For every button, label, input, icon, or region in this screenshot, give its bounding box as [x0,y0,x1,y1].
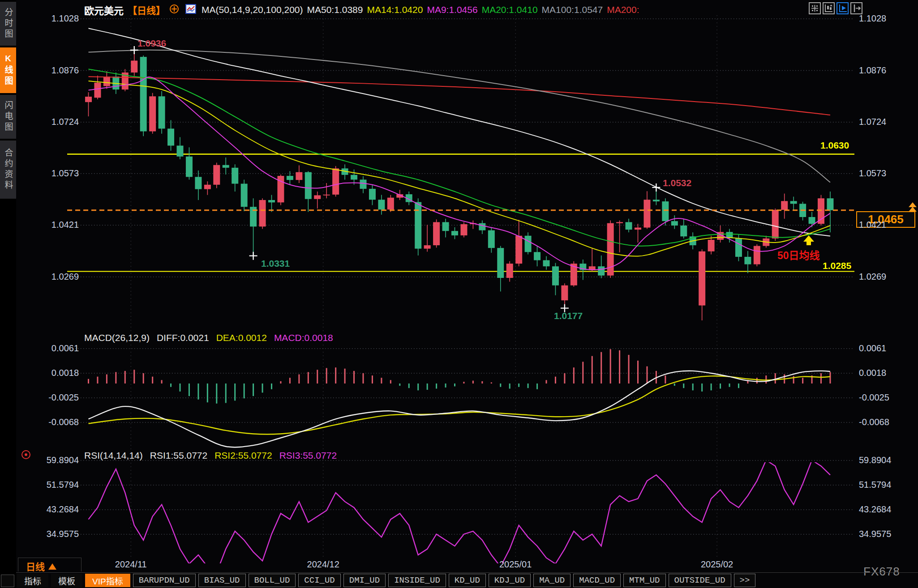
indicator-tab-模板[interactable]: 模板 [51,574,82,587]
macd-tick-right: 0.0061 [859,343,886,354]
macd-header: MACD(26,12,9) DIFF:0.0021 DEA:0.0012 MAC… [84,332,333,343]
macd-tick-left: -0.0068 [26,417,79,427]
indicator-tab-mtm_ud[interactable]: MTM_UD [623,574,665,587]
ma50-note-label: 50日均线 [777,247,820,262]
price-tick-right: 1.1028 [859,13,886,24]
axis-shift-icon[interactable] [850,2,862,14]
price-tick-left: 1.0573 [26,168,79,179]
price-tick-right: 1.0876 [859,65,886,76]
symbol-name: 欧元美元 [84,3,124,17]
crosshair-plus-icon[interactable] [169,4,181,16]
annotation-low-nov: 1.0331 [261,258,290,269]
macd-tick-right: -0.0025 [859,392,889,403]
price-tick-right: 1.0421 [859,220,886,230]
month-tick-label: 2025/02 [686,559,748,570]
axis-candles-icon[interactable] [823,2,835,14]
price-tick-left: 1.0269 [26,272,79,282]
axis-play-icon[interactable] [836,2,849,14]
macd-diff-value: DIFF:0.0021 [157,332,209,343]
macd-dea-value: DEA:0.0012 [216,332,267,343]
macd-tick-left: 0.0061 [26,343,79,354]
rsi-header: RSI(14,14,14) RSI1:55.0772 RSI2:55.0772 … [84,450,337,461]
annotation-high-nov: 1.0936 [137,38,166,49]
rsi-tick-right: 34.9575 [859,529,891,539]
month-tick-label: 2024/12 [292,559,355,570]
period-tag: 【日线】 [128,3,165,17]
top-toolbar [809,2,862,14]
rsi2-value: RSI2:55.0772 [214,450,272,461]
price-tick-right: 1.0269 [859,272,886,282]
ma100-value: MA100:1.0547 [542,4,603,15]
indicator-tab-ma_ud[interactable]: MA_UD [533,574,571,587]
ma50-value: MA50:1.0389 [307,4,363,15]
rsi-tick-left: 43.2684 [26,504,79,515]
tabs-more-button[interactable]: >> [734,574,756,587]
chart-header: 欧元美元 【日线】 MA(50,14,9,20,100,200) MA50:1.… [84,3,639,17]
indicator-tab-outside_ud[interactable]: OUTSIDE_UD [669,574,731,587]
rsi-title: RSI(14,14,14) [84,450,143,461]
rsi-tick-left: 34.9575 [26,529,79,539]
annotation-high-jan: 1.0532 [663,178,691,188]
rsi-tick-right: 51.5794 [859,480,891,490]
tabbar-divider [16,572,918,573]
macd-tick-left: 0.0018 [26,368,79,378]
macd-title: MACD(26,12,9) [84,332,150,343]
indicator-tab-bar: 指标模板VIP指标BARUPDN_UDBIAS_UDBOLL_UDCCI_UDD… [17,574,755,587]
indicator-tab-barupdn_ud[interactable]: BARUPDN_UD [133,574,196,587]
price-tick-right: 1.0724 [859,117,886,127]
price-tick-left: 1.0421 [26,220,79,230]
corner-cell [1,575,14,587]
macd-macd-value: MACD:0.0018 [274,332,333,343]
indicator-tab-指标[interactable]: 指标 [17,574,48,587]
indicator-tab-inside_ud[interactable]: INSIDE_UD [388,574,446,587]
rsi1-value: RSI1:55.0772 [150,450,207,461]
indicator-tab-macd_ud[interactable]: MACD_UD [573,574,621,587]
period-selector[interactable]: 日线 [26,559,56,573]
ma-params: MA(50,14,9,20,100,200) [202,4,303,15]
macd-tick-left: -0.0025 [26,392,79,403]
month-tick-label: 2024/11 [99,559,162,570]
indicator-tab-kd_ud[interactable]: KD_UD [449,574,486,587]
indicator-tab-vip指标[interactable]: VIP指标 [85,574,130,587]
mini-kline-icon[interactable] [185,4,197,16]
price-tick-left: 1.0876 [26,65,79,76]
resistance-level-label: 1.0630 [820,140,849,151]
indicator-tab-dmi_ud[interactable]: DMI_UD [343,574,386,587]
pan-tool-icon[interactable] [809,2,821,14]
indicator-tab-kdj_ud[interactable]: KDJ_UD [489,574,531,587]
rsi-tick-right: 43.2684 [859,504,891,515]
indicator-tab-bias_ud[interactable]: BIAS_UD [198,574,246,587]
macd-tick-right: -0.0068 [859,417,889,427]
watermark: FX678 [863,565,900,579]
kline-app: 分时图K线图闪电图合约资料 欧元美元 【日线】 MA(50,14,9,20,10… [0,0,918,588]
chart-canvas[interactable] [0,0,918,588]
ma200-value: MA200: [607,4,639,15]
price-tick-left: 1.1028 [26,13,79,24]
ma9-value: MA9:1.0456 [427,4,477,15]
price-tick-right: 1.0573 [859,168,886,179]
rsi-tick-left: 59.8904 [26,455,79,465]
ma20-value: MA20:1.0410 [482,4,538,15]
ma14-value: MA14:1.0420 [367,4,423,15]
rsi3-value: RSI3:55.0772 [279,450,337,461]
support-level-label: 1.0285 [823,260,851,271]
indicator-tab-cci_ud[interactable]: CCI_UD [298,574,340,587]
annotation-low-jan: 1.0177 [554,311,583,321]
triangle-up-icon [48,563,56,570]
month-tick-label: 2025/01 [484,559,547,570]
rsi-tick-left: 51.5794 [26,480,79,490]
indicator-tab-boll_ud[interactable]: BOLL_UD [249,574,296,587]
price-tick-left: 1.0724 [26,117,79,127]
rsi-tick-right: 59.8904 [859,455,891,465]
macd-tick-right: 0.0018 [859,368,886,378]
